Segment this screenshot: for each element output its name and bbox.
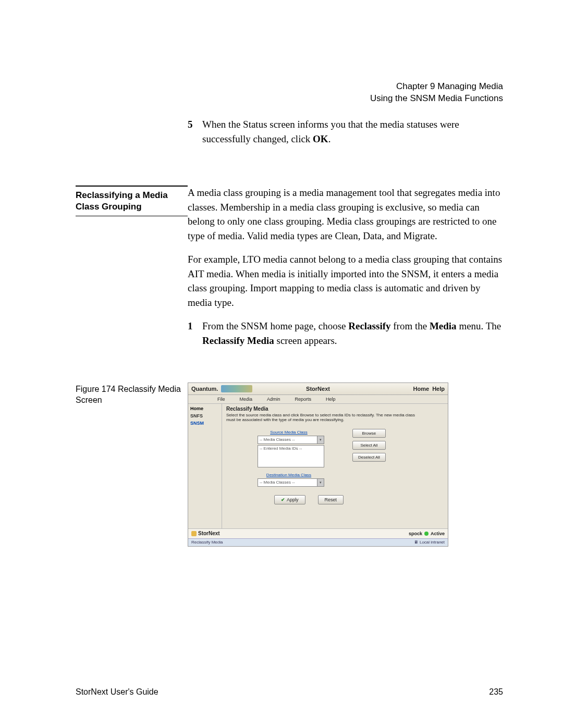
section-heading: Reclassifying a Media Class Grouping [76,186,188,216]
sidebar-snsm[interactable]: SNSM [190,421,219,426]
footer-guide: StorNext User's Guide [76,687,158,697]
zone-icon: 🖥 [414,540,418,545]
sidebar-home[interactable]: Home [190,406,219,411]
section-para-2: For example, LTO media cannot belong to … [188,252,503,310]
step-5: 5 When the Status screen informs you tha… [188,117,503,146]
deselect-all-button[interactable]: Deselect All [352,453,386,462]
app-footerbar: StorNext spock Active [188,528,448,538]
browser-statusbar: Reclassify Media 🖥 Local intranet [188,538,448,546]
menu-media[interactable]: Media [240,397,253,402]
apply-button[interactable]: ✔ Apply [274,495,305,504]
step-5-number: 5 [188,117,193,132]
brand-label: Quantum. [191,386,218,392]
header-chapter: Chapter 9 Managing Media [370,81,503,93]
chevron-down-icon: ▾ [317,436,324,443]
step-1-number: 1 [188,319,193,334]
state-label: Active [431,531,445,536]
destination-media-class-select[interactable]: -- Media Classes -- ▾ [258,478,324,487]
app-window: Quantum. StorNext Home Help File Media A… [188,382,448,547]
step-5-text: When the Status screen informs you that … [202,119,459,144]
destination-media-class-label: Destination Media Class [258,473,320,477]
section-para-1: A media class grouping is a media manage… [188,186,503,243]
entered-media-ids-list[interactable]: -- Entered Media IDs -- [258,445,324,467]
app-titlebar: Quantum. StorNext Home Help [188,383,448,395]
app-title: StorNext [306,386,330,392]
panel-description: Select the source media class and click … [226,413,424,423]
figure-caption: Figure 174 Reclassify Media Screen [76,382,188,406]
header-section: Using the SNSM Media Functions [370,93,503,105]
footer-brand: StorNext [198,530,220,536]
status-left: Reclassify Media [191,540,223,545]
brand-graphic [221,385,252,392]
panel-title: Reclassify Media [226,406,444,412]
menu-admin[interactable]: Admin [267,397,280,402]
footer-page-number: 235 [489,687,503,697]
reset-button[interactable]: Reset [318,495,344,504]
menu-reports[interactable]: Reports [295,397,312,402]
sidebar: Home SNFS SNSM [188,404,222,528]
chevron-down-icon: ▾ [317,479,324,486]
figure-174: Quantum. StorNext Home Help File Media A… [188,382,448,547]
check-icon: ✔ [281,497,285,502]
sidebar-snfs[interactable]: SNFS [190,413,219,418]
app-menubar: File Media Admin Reports Help [188,395,448,404]
source-media-class-select[interactable]: -- Media Classes -- ▾ [258,436,324,444]
source-media-class-label: Source Media Class [258,430,320,435]
help-link[interactable]: Help [432,386,445,392]
stornext-logo-icon [191,531,197,536]
home-link[interactable]: Home [413,386,429,392]
step-1-text: From the SNSM home page, choose Reclassi… [202,320,501,346]
reclassify-panel: Reclassify Media Select the source media… [222,404,448,528]
status-right: Local intranet [420,540,445,545]
status-dot-icon [424,532,429,536]
select-all-button[interactable]: Select All [352,441,386,450]
browse-button[interactable]: Browse [352,429,386,438]
top-links: Home Help [413,386,445,392]
running-header: Chapter 9 Managing Media Using the SNSM … [370,81,503,105]
step-1: 1 From the SNSM home page, choose Reclas… [188,319,503,348]
menu-file[interactable]: File [217,397,225,402]
host-label: spock [409,531,422,536]
page-footer: StorNext User's Guide 235 [76,687,503,697]
menu-help[interactable]: Help [326,397,336,402]
